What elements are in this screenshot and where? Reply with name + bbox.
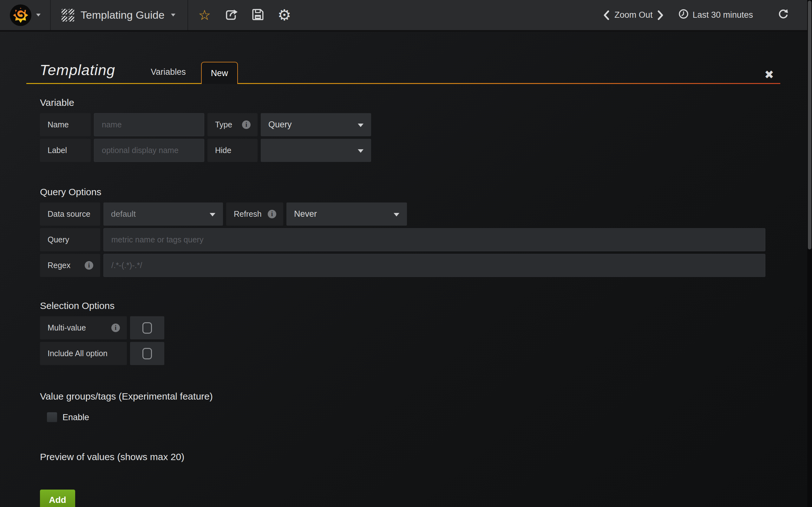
navbar: Templating Guide ☆	[0, 0, 812, 32]
name-input[interactable]	[94, 113, 204, 136]
selection-options-form: Multi-value i Include All option	[40, 316, 780, 365]
clock-icon	[678, 9, 689, 21]
refresh-button[interactable]	[778, 8, 789, 22]
star-icon: ☆	[198, 8, 211, 22]
datasource-label: Data source	[40, 203, 100, 226]
dashboard-caret-icon	[171, 14, 175, 16]
page-header: Templating Variables New ✖	[26, 61, 780, 84]
query-options-form: Data source default Refresh i Never Quer…	[40, 203, 780, 277]
refresh-icon	[778, 8, 789, 22]
regex-row: Regex i	[40, 254, 780, 277]
time-range-label: Last 30 minutes	[693, 10, 753, 20]
tabs: Variables New	[149, 61, 238, 83]
time-shift-back-button[interactable]	[603, 10, 610, 20]
enable-row: Enable	[47, 412, 780, 423]
value-groups-heading: Value groups/tags (Experimental feature)	[40, 391, 780, 402]
multi-value-label-text: Multi-value	[48, 323, 86, 332]
label-label: Label	[40, 139, 91, 162]
variable-form: Name Type i Query Label Hide	[40, 113, 780, 162]
scrollbar-track[interactable]	[807, 0, 812, 507]
settings-button[interactable]: ⚙	[278, 6, 291, 25]
multi-value-info-icon[interactable]: i	[111, 324, 120, 332]
regex-info-icon[interactable]: i	[85, 261, 93, 270]
select-caret-icon	[210, 213, 215, 216]
refresh-label-text: Refresh	[234, 210, 262, 219]
regex-label: Regex i	[40, 254, 100, 277]
page-title: Templating	[40, 61, 115, 78]
multi-value-row: Multi-value i	[40, 316, 780, 339]
selection-options-heading: Selection Options	[40, 300, 780, 311]
refresh-select-value: Never	[294, 209, 317, 219]
navbar-actions: ☆	[188, 0, 291, 30]
hide-select[interactable]	[261, 139, 371, 162]
datasource-select-value: default	[111, 209, 136, 219]
time-shift-forward-button[interactable]	[657, 10, 664, 20]
save-dashboard-button[interactable]	[252, 6, 264, 25]
preview-heading: Preview of values (shows max 20)	[40, 452, 780, 462]
type-select-value: Query	[268, 120, 292, 130]
checkbox-icon	[142, 348, 152, 359]
scrollbar-thumb[interactable]	[808, 1, 811, 249]
refresh-select[interactable]: Never	[287, 203, 407, 226]
name-label: Name	[40, 113, 91, 136]
variable-name-row: Name Type i Query	[40, 113, 780, 136]
variable-label-row: Label Hide	[40, 139, 780, 162]
dashboard-title-menu[interactable]: Templating Guide	[50, 0, 188, 30]
zoom-out-button[interactable]: Zoom Out	[614, 10, 653, 20]
refresh-info-icon[interactable]: i	[268, 210, 276, 218]
datasource-select[interactable]: default	[103, 203, 223, 226]
enable-label: Enable	[62, 412, 89, 422]
type-label: Type i	[207, 113, 258, 136]
query-input[interactable]	[103, 228, 765, 251]
star-dashboard-button[interactable]: ☆	[198, 6, 211, 25]
select-caret-icon	[358, 149, 363, 153]
regex-label-text: Regex	[48, 261, 70, 270]
dashboard-title: Templating Guide	[81, 9, 165, 21]
hide-label: Hide	[207, 139, 258, 162]
multi-value-checkbox[interactable]	[130, 316, 164, 339]
gear-icon: ⚙	[277, 8, 291, 23]
query-label: Query	[40, 228, 100, 251]
type-label-text: Type	[215, 120, 232, 129]
dashboard-icon	[61, 9, 74, 21]
tab-new[interactable]: New	[201, 62, 238, 84]
type-info-icon[interactable]: i	[242, 120, 251, 129]
close-icon[interactable]: ✖	[764, 69, 774, 80]
datasource-row: Data source default Refresh i Never	[40, 203, 780, 226]
label-input[interactable]	[94, 139, 204, 162]
share-dashboard-button[interactable]	[225, 6, 238, 25]
checkbox-icon	[142, 322, 152, 334]
navbar-time-controls: Zoom Out Last 30 minutes	[603, 0, 812, 30]
save-icon	[251, 8, 264, 22]
multi-value-label: Multi-value i	[40, 316, 127, 339]
regex-input[interactable]	[103, 254, 765, 277]
refresh-label: Refresh i	[226, 203, 283, 226]
select-caret-icon	[358, 124, 363, 127]
grafana-logo-icon	[9, 4, 32, 26]
time-range-picker[interactable]: Last 30 minutes	[678, 9, 753, 21]
query-options-heading: Query Options	[40, 187, 780, 198]
enable-checkbox[interactable]	[47, 412, 57, 423]
grafana-menu-button[interactable]	[0, 0, 50, 30]
share-icon	[224, 8, 238, 22]
type-select[interactable]: Query	[261, 113, 371, 136]
add-button[interactable]: Add	[40, 490, 75, 507]
templating-settings-page: Templating Variables New ✖ Variable Name…	[0, 61, 812, 507]
select-caret-icon	[394, 213, 399, 216]
logo-caret-icon	[36, 14, 41, 16]
include-all-row: Include All option	[40, 342, 780, 365]
tab-variables[interactable]: Variables	[149, 61, 187, 83]
include-all-label: Include All option	[40, 342, 127, 365]
include-all-checkbox[interactable]	[130, 342, 164, 365]
query-row: Query	[40, 228, 780, 251]
header-underline	[26, 83, 780, 84]
variable-section-heading: Variable	[40, 97, 780, 108]
grafana-app: Templating Guide ☆	[0, 0, 812, 507]
